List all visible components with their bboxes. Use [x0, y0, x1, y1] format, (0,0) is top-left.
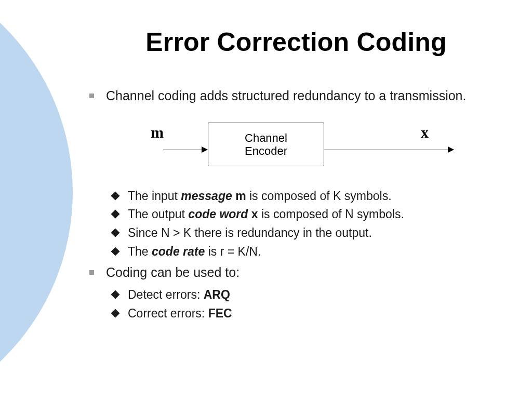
text: is composed of K symbols.	[246, 189, 392, 203]
bullet-list: Channel coding adds structured redundanc…	[87, 87, 509, 105]
bullet-item: Coding can be used to:	[87, 264, 509, 282]
sub-bullet-item: Since N > K there is redundancy in the o…	[112, 224, 509, 243]
text: is composed of N symbols.	[258, 207, 404, 221]
bullet-item: Channel coding adds structured redundanc…	[87, 87, 509, 105]
emphasis: message	[181, 189, 232, 203]
sub-bullet-item: Correct errors: FEC	[112, 304, 509, 323]
sub-bullet-item: The input message m is composed of K sym…	[112, 187, 509, 206]
slide: Error Correction Coding Channel coding a…	[0, 0, 532, 399]
encoder-box-line1: Channel	[245, 131, 287, 144]
sub-bullet-item: Detect errors: ARQ	[112, 286, 509, 304]
diagram-output-label: x	[421, 124, 429, 141]
sub-bullet-item: The output code word x is composed of N …	[112, 205, 509, 224]
arrow-icon	[163, 150, 205, 150]
text: The input	[128, 189, 181, 203]
text: The output	[128, 207, 188, 221]
sub-bullet-list: The input message m is composed of K sym…	[112, 187, 509, 261]
symbol: m	[235, 189, 246, 203]
slide-title: Error Correction Coding	[83, 27, 509, 57]
arrow-icon	[324, 150, 451, 150]
text: Detect errors:	[128, 288, 204, 301]
arrowhead-icon	[202, 147, 208, 153]
term: FEC	[208, 307, 232, 320]
sub-bullet-list: Detect errors: ARQ Correct errors: FEC	[112, 286, 509, 323]
encoder-box: Channel Encoder	[208, 123, 324, 166]
sub-bullet-item: The code rate is r = K/N.	[112, 243, 509, 261]
encoder-box-line2: Encoder	[245, 144, 287, 157]
bullet-list: Coding can be used to:	[87, 264, 509, 282]
term: ARQ	[204, 288, 230, 301]
emphasis: code rate	[152, 245, 205, 258]
arrowhead-icon	[448, 147, 454, 153]
emphasis: code word	[188, 207, 248, 221]
decorative-arc	[0, 0, 73, 399]
text: Correct errors:	[128, 307, 208, 320]
text: is r = K/N.	[205, 245, 261, 258]
symbol: x	[251, 207, 258, 221]
text: The	[128, 245, 152, 258]
encoder-diagram: m Channel Encoder x	[83, 114, 509, 177]
diagram-input-label: m	[151, 124, 164, 141]
slide-content: Error Correction Coding Channel coding a…	[83, 27, 509, 323]
